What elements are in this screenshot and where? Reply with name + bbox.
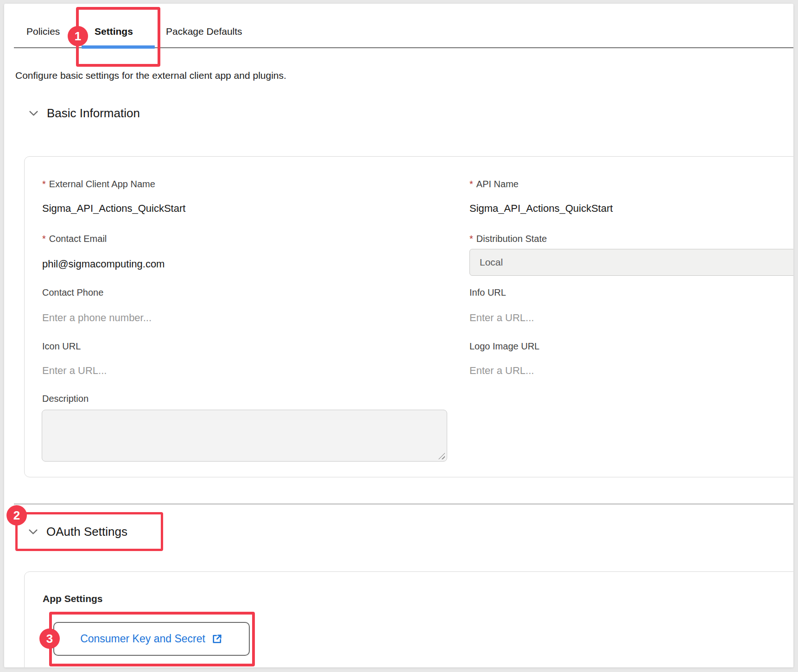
external-link-icon [211,633,223,645]
external-client-app-settings-page: Policies Settings Package Defaults 1 Con… [4,4,793,667]
chevron-down-icon [27,107,40,120]
required-asterisk: * [42,234,46,244]
intro-text: Configure basic settings for the externa… [15,70,286,81]
basic-information-title: Basic Information [47,105,140,121]
consumer-key-button-label: Consumer Key and Secret [80,633,205,645]
icon-url-input[interactable] [42,363,367,379]
external-client-app-name-value[interactable]: Sigma_API_Actions_QuickStart [42,202,185,216]
api-name-value[interactable]: Sigma_API_Actions_QuickStart [469,202,613,216]
active-tab-underline [82,45,155,49]
distribution-state-label: *Distribution State [469,233,547,245]
external-client-app-name-label: *External Client App Name [42,178,155,190]
tab-policies[interactable]: Policies [26,25,60,38]
basic-information-section-header[interactable]: Basic Information [27,105,140,121]
description-textarea-wrap [42,410,447,462]
info-url-label: Info URL [469,286,506,298]
tab-settings[interactable]: Settings [95,25,133,38]
oauth-settings-section-header[interactable]: OAuth Settings [27,523,127,540]
tab-package-defaults[interactable]: Package Defaults [166,25,242,38]
distribution-state-input [469,249,793,276]
required-asterisk: * [469,234,473,244]
chevron-down-icon [27,526,39,538]
screenshot-frame: Policies Settings Package Defaults 1 Con… [0,0,798,672]
consumer-key-and-secret-button[interactable]: Consumer Key and Secret [53,622,250,656]
contact-email-label: *Contact Email [42,233,107,245]
contact-email-value[interactable]: phil@sigmacomputing.com [42,257,165,271]
annotation-badge-1: 1 [68,26,88,46]
annotation-badge-3: 3 [39,628,60,649]
logo-image-url-label: Logo Image URL [469,340,539,352]
api-name-label: *API Name [469,178,519,190]
annotation-badge-2: 2 [6,505,27,526]
info-url-input[interactable] [469,310,793,326]
logo-image-url-input[interactable] [469,363,793,379]
icon-url-label: Icon URL [42,340,81,352]
contact-phone-label: Contact Phone [42,286,103,298]
section-divider [14,503,793,505]
description-label: Description [42,393,89,405]
description-textarea[interactable] [42,410,447,462]
app-settings-heading: App Settings [43,593,103,604]
required-asterisk: * [469,179,473,189]
contact-phone-input[interactable] [42,310,367,326]
oauth-settings-title: OAuth Settings [46,523,127,540]
required-asterisk: * [42,179,46,189]
